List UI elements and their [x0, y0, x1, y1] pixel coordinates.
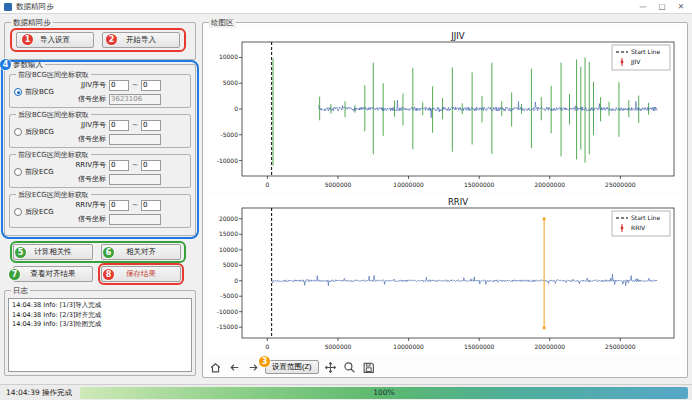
- step-badge-2: 2: [106, 34, 117, 45]
- svg-text:-10000: -10000: [217, 157, 238, 164]
- close-button[interactable]: ✕: [672, 0, 690, 14]
- status-message: 14:04:39 操作完成: [6, 385, 72, 400]
- svg-text:-5000: -5000: [221, 131, 239, 138]
- svg-text:5000000: 5000000: [325, 181, 352, 188]
- svg-text:10000000: 10000000: [393, 343, 424, 350]
- seq-label: RRIV序号: [66, 200, 106, 210]
- seq-end-input[interactable]: [141, 80, 161, 91]
- minimize-button[interactable]: —: [634, 0, 652, 14]
- progress-bar: 100%: [80, 387, 688, 399]
- svg-text:20000: 20000: [219, 215, 238, 222]
- coord-label: 信号坐标: [66, 94, 106, 104]
- log-line: 14:04:38 Info: [1/3]导入完成: [12, 301, 188, 311]
- maximize-button[interactable]: □: [653, 0, 671, 14]
- svg-text:JJIV: JJIV: [630, 58, 641, 66]
- log-group-title: 日志: [11, 286, 30, 296]
- coord-label: 信号坐标: [66, 174, 106, 184]
- set-range-button[interactable]: 设置范围(Z): [265, 360, 319, 374]
- seq-label: JJIV序号: [66, 120, 106, 130]
- coord-label: 信号坐标: [66, 214, 106, 224]
- forward-icon[interactable]: [246, 360, 260, 374]
- window-title: 数据精同步: [16, 0, 54, 14]
- log-line: 14:04:38 Info: [2/3]对齐完成: [12, 311, 188, 321]
- step-badge-7: 7: [9, 269, 20, 280]
- seq-row: RRIV序号 ~: [66, 159, 161, 171]
- svg-text:-10000: -10000: [217, 308, 238, 315]
- svg-text:RRIV: RRIV: [448, 197, 468, 207]
- svg-text:20000000: 20000000: [534, 181, 565, 188]
- svg-text:25000000: 25000000: [605, 181, 636, 188]
- log-list[interactable]: 14:04:38 Info: [1/3]导入完成 14:04:38 Info: …: [8, 298, 192, 372]
- svg-text:Start Line: Start Line: [631, 48, 660, 55]
- svg-text:15000000: 15000000: [464, 181, 495, 188]
- seq-row: RRIV序号 ~: [66, 199, 161, 211]
- seq-start-input[interactable]: [109, 120, 129, 131]
- svg-text:10000: 10000: [219, 53, 238, 60]
- radio-back-bcg[interactable]: 后段BCG: [14, 127, 54, 137]
- coord-row: 信号坐标: [66, 173, 161, 185]
- radio-label: 后段BCG: [25, 127, 54, 137]
- step-badge-3: 3: [259, 356, 270, 367]
- svg-text:RRIV: RRIV: [631, 224, 646, 231]
- svg-text:-15000: -15000: [217, 323, 238, 330]
- save-icon[interactable]: [362, 360, 376, 374]
- step-badge-4: 4: [0, 59, 11, 70]
- home-icon[interactable]: [208, 360, 222, 374]
- radio-label: 后段ECG: [25, 207, 54, 217]
- plot-group-title: 绘图区: [209, 18, 236, 28]
- radio-front-bcg[interactable]: 前段BCG: [14, 87, 54, 97]
- pan-icon[interactable]: [324, 360, 338, 374]
- svg-text:0: 0: [234, 105, 238, 112]
- svg-text:20000000: 20000000: [534, 343, 565, 350]
- coord-label: 信号坐标: [66, 134, 106, 144]
- seq-start-input[interactable]: [109, 200, 129, 211]
- seq-end-input[interactable]: [141, 160, 161, 171]
- range-separator: ~: [132, 201, 138, 209]
- step-badge-5: 5: [15, 247, 26, 258]
- seq-start-input[interactable]: [109, 160, 129, 171]
- plot-toolbar: 设置范围(Z): [208, 358, 376, 376]
- app-icon: [4, 3, 12, 11]
- svg-text:5000: 5000: [223, 79, 238, 86]
- seq-end-input[interactable]: [141, 200, 161, 211]
- radio-front-ecg[interactable]: 前段ECG: [14, 167, 54, 177]
- back-icon[interactable]: [227, 360, 241, 374]
- signal-coord-input: [109, 214, 161, 225]
- radio-dot: [14, 168, 22, 176]
- zoom-icon[interactable]: [343, 360, 357, 374]
- rriv-chart[interactable]: RRIV050000001000000015000000200000002500…: [208, 196, 682, 354]
- svg-text:0: 0: [234, 277, 238, 284]
- seq-row: JJIV序号 ~: [66, 79, 161, 91]
- seq-label: JJIV序号: [66, 80, 106, 90]
- radio-dot: [14, 128, 22, 136]
- svg-text:0: 0: [265, 343, 269, 350]
- svg-text:-5000: -5000: [221, 292, 239, 299]
- radio-back-ecg[interactable]: 后段ECG: [14, 207, 54, 217]
- seq-start-input[interactable]: [109, 80, 129, 91]
- signal-coord-input: [109, 174, 161, 185]
- svg-text:Start Line: Start Line: [631, 214, 660, 221]
- signal-coord-input: [109, 94, 161, 105]
- signal-coord-input: [109, 134, 161, 145]
- log-line: 14:04:39 Info: [3/3]绘图完成: [12, 320, 188, 330]
- radio-label: 前段BCG: [25, 87, 54, 97]
- svg-text:5000: 5000: [223, 261, 238, 268]
- view-result-button[interactable]: 查看对齐结果: [13, 266, 93, 282]
- step-badge-8: 8: [103, 269, 114, 280]
- range-separator: ~: [132, 121, 138, 129]
- status-bar: 14:04:39 操作完成 100%: [0, 384, 692, 400]
- coord-row: 信号坐标: [66, 213, 161, 225]
- svg-text:25000000: 25000000: [605, 343, 636, 350]
- coord-row: 信号坐标: [66, 133, 161, 145]
- jjiv-chart[interactable]: JJIV050000001000000015000000200000002500…: [208, 30, 682, 192]
- svg-text:0: 0: [265, 181, 269, 188]
- title-bar: 数据精同步 — □ ✕: [0, 0, 692, 14]
- seq-end-input[interactable]: [141, 120, 161, 131]
- svg-text:5000000: 5000000: [325, 343, 352, 350]
- svg-text:10000: 10000: [219, 246, 238, 253]
- seq-label: RRIV序号: [66, 160, 106, 170]
- step-badge-1: 1: [22, 34, 33, 45]
- seq-row: JJIV序号 ~: [66, 119, 161, 131]
- sync-group-title: 数据精同步: [11, 18, 53, 28]
- range-separator: ~: [132, 81, 138, 89]
